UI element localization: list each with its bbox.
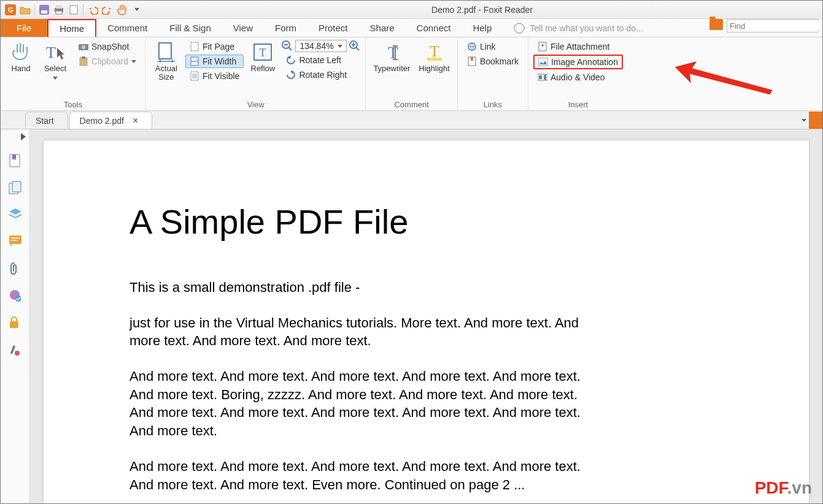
pdf-page: A Simple PDF File This is a small demons… [44, 140, 809, 503]
zoom-in-icon[interactable] [349, 40, 360, 52]
rotate-left-button[interactable]: Rotate Left [282, 53, 360, 67]
snapshot-button[interactable]: SnapShot [74, 40, 141, 53]
sidebar-expand-icon[interactable] [21, 133, 26, 140]
main-area: A Simple PDF File This is a small demons… [1, 129, 822, 503]
tab-comment[interactable]: Comment [96, 19, 158, 37]
layers-panel-icon[interactable] [9, 208, 22, 221]
open-icon[interactable] [18, 2, 33, 17]
close-icon[interactable]: × [133, 115, 138, 126]
page-icon[interactable] [66, 2, 81, 17]
highlight-button[interactable]: T Highlight [416, 40, 452, 74]
fit-width-button[interactable]: Fit Width [185, 55, 244, 68]
signatures-panel-icon[interactable] [9, 289, 22, 302]
file-attachment-icon [538, 42, 547, 52]
svg-rect-38 [10, 321, 18, 328]
svg-rect-17 [192, 74, 197, 78]
image-annotation-label: Image Annotation [551, 57, 618, 67]
group-links: Link Bookmark Links [458, 37, 528, 110]
tab-help[interactable]: Help [462, 19, 503, 37]
hand-label: Hand [11, 64, 30, 73]
svg-rect-14 [191, 42, 198, 51]
group-tools: Hand T Select SnapShot Clipboard Tools [1, 37, 146, 110]
zoom-value-field[interactable]: 134.84% [295, 40, 347, 52]
undo-icon[interactable] [85, 2, 100, 17]
snapshot-label: SnapShot [91, 42, 129, 52]
zoom-controls: 134.84% [282, 40, 360, 52]
camera-icon [79, 42, 88, 52]
document-view[interactable]: A Simple PDF File This is a small demons… [30, 129, 822, 503]
reflow-button[interactable]: T Reflow [247, 40, 278, 74]
document-tabs: Start Demo 2.pdf× [1, 111, 822, 129]
svg-point-39 [15, 351, 20, 356]
select-button[interactable]: T Select [40, 40, 71, 83]
print-icon[interactable] [52, 2, 66, 17]
tell-me-search[interactable]: Tell me what you want to do... [514, 19, 643, 37]
tab-protect[interactable]: Protect [307, 19, 359, 37]
group-comment: T Typewriter T Highlight Comment [366, 37, 458, 110]
image-annotation-button[interactable]: Image Annotation [533, 55, 623, 69]
watermark-a: PDF [755, 478, 787, 497]
doctab-demo-label: Demo 2.pdf [80, 116, 124, 126]
svg-rect-29 [538, 58, 548, 66]
fit-page-button[interactable]: Fit Page [185, 40, 244, 53]
tab-share[interactable]: Share [359, 19, 406, 37]
bookmarks-panel-icon[interactable] [9, 154, 22, 167]
tell-me-label: Tell me what you want to do... [530, 23, 643, 33]
audio-video-button[interactable]: Audio & Video [533, 71, 623, 84]
group-links-label: Links [463, 99, 523, 109]
tab-form[interactable]: Form [264, 19, 307, 37]
app-logo-icon[interactable]: G [3, 2, 18, 17]
tab-view[interactable]: View [222, 19, 264, 37]
highlight-icon: T [423, 41, 446, 63]
rotate-right-button[interactable]: Rotate Right [282, 68, 360, 82]
hand-button[interactable]: Hand [6, 40, 36, 74]
doc-paragraph: And more text. And more text. And more t… [129, 457, 596, 494]
file-attachment-button[interactable]: File Attachment [533, 40, 623, 53]
side-panel-toggle[interactable] [809, 112, 822, 129]
tab-fill-sign[interactable]: Fill & Sign [158, 19, 222, 37]
qat-dropdown-icon[interactable] [129, 2, 144, 17]
doctab-menu-icon[interactable] [802, 119, 806, 122]
hand-icon [10, 41, 32, 63]
bookmark-icon [467, 56, 477, 66]
find-input[interactable] [730, 21, 823, 31]
zoom-out-icon[interactable] [282, 40, 293, 52]
comments-panel-icon[interactable] [9, 235, 22, 248]
bookmark-button[interactable]: Bookmark [463, 55, 523, 68]
clipboard-button[interactable]: Clipboard [74, 55, 141, 68]
fit-visible-button[interactable]: Fit Visible [185, 69, 244, 83]
navigation-sidebar [1, 129, 30, 503]
doctab-start[interactable]: Start [25, 112, 68, 129]
svg-text:G: G [8, 6, 14, 13]
fit-width-label: Fit Width [203, 56, 236, 66]
svg-rect-6 [56, 11, 62, 14]
rotate-left-label: Rotate Left [299, 55, 341, 65]
doc-heading: A Simple PDF File [129, 202, 723, 242]
hand-qat-icon[interactable] [115, 2, 129, 17]
doc-paragraph: This is a small demonstration .pdf file … [129, 278, 596, 297]
open-folder-icon[interactable] [709, 19, 723, 30]
find-box[interactable] [727, 19, 819, 32]
tab-connect[interactable]: Connect [406, 19, 462, 37]
doc-paragraph: just for use in the Virtual Mechanics tu… [129, 314, 596, 350]
redo-icon[interactable] [100, 2, 115, 17]
typewriter-button[interactable]: T Typewriter [371, 40, 412, 74]
security-panel-icon[interactable] [9, 316, 22, 329]
typewriter-icon: T [381, 41, 403, 63]
app-title: Demo 2.pdf - Foxit Reader [144, 5, 820, 15]
group-comment-label: Comment [371, 99, 452, 109]
fit-visible-icon [190, 71, 199, 81]
pages-panel-icon[interactable] [9, 181, 22, 194]
link-button[interactable]: Link [463, 40, 523, 53]
tab-home[interactable]: Home [47, 19, 96, 37]
attachments-panel-icon[interactable] [9, 262, 22, 275]
typewriter-label: Typewriter [373, 64, 410, 73]
sign-panel-icon[interactable] [9, 343, 22, 356]
fit-page-icon [190, 42, 199, 52]
tab-file[interactable]: File [1, 19, 47, 37]
actual-size-button[interactable]: Actual Size [151, 40, 182, 83]
doctab-demo[interactable]: Demo 2.pdf× [69, 112, 153, 129]
save-icon[interactable] [37, 2, 52, 17]
image-annotation-icon [538, 57, 548, 67]
fit-visible-label: Fit Visible [203, 71, 239, 81]
